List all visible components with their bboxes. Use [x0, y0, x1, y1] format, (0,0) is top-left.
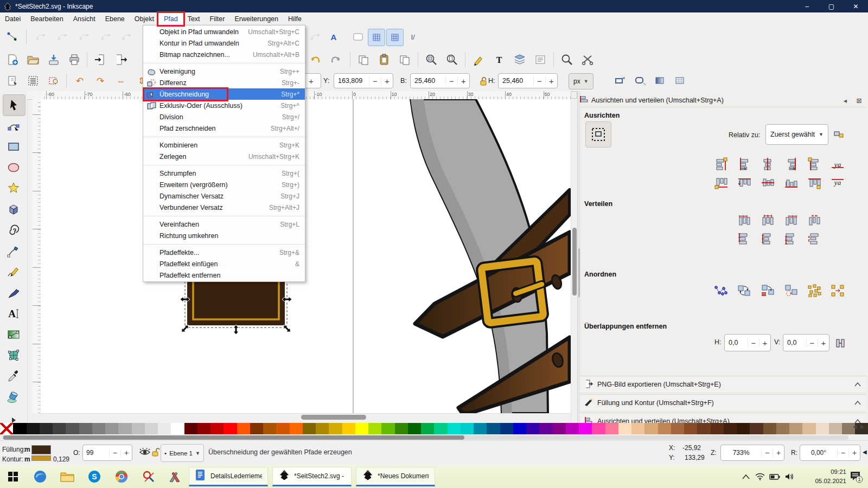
dock-float-icon[interactable]: ◂ [844, 97, 847, 105]
undo-button[interactable] [307, 52, 323, 68]
rotation-field[interactable]: 0,00°−+ [800, 445, 860, 461]
palette-swatch[interactable] [368, 423, 381, 434]
zoom-field[interactable]: 733%−+ [720, 445, 784, 461]
palette-swatch[interactable] [132, 423, 145, 434]
overlap-h-field[interactable]: 0,0−+ [724, 334, 771, 351]
align-top-edges-button[interactable] [735, 174, 754, 191]
palette-swatch[interactable] [631, 423, 644, 434]
palette-swatch[interactable] [40, 423, 53, 434]
palette-swatch[interactable] [118, 423, 131, 434]
tool-ellipse-button[interactable] [3, 157, 24, 178]
app-icon-red[interactable] [140, 468, 157, 485]
distribute-bottom-edges-button[interactable] [781, 230, 801, 247]
palette-swatch[interactable] [789, 423, 802, 434]
palette-scroll-right-icon[interactable]: ▶ [860, 423, 865, 429]
insert-node-icon[interactable] [4, 29, 21, 45]
palette-swatch[interactable] [184, 423, 197, 434]
tool-pencil-button[interactable] [3, 261, 24, 282]
align-right-to-anchor-button[interactable] [711, 155, 731, 172]
fill-swatch[interactable] [31, 445, 51, 454]
battery-icon[interactable] [767, 468, 782, 485]
show-clip-icon[interactable] [350, 29, 366, 45]
palette-swatch[interactable] [171, 423, 184, 434]
dock-close-icon[interactable]: ⊠ [857, 97, 862, 105]
docked-panel-header-0[interactable]: PNG-Bild exportieren (Umschalt+Strg+E) [580, 376, 866, 393]
distribute-gaps-h-button[interactable] [805, 211, 824, 229]
menu-item-ebene[interactable]: Ebene [100, 12, 130, 25]
layer-dropdown[interactable]: •Ebene 1▼ [161, 444, 204, 462]
palette-swatch[interactable] [763, 423, 776, 434]
zoom-selection-icon[interactable] [46, 73, 62, 89]
path-menu-item-objekt-in-pfad-umwandeln[interactable]: Objekt in Pfad umwandelnUmschalt+Strg+C [143, 26, 305, 37]
palette-swatch[interactable] [316, 423, 329, 434]
palette-swatch[interactable] [461, 423, 474, 434]
menu-item-ansicht[interactable]: Ansicht [68, 12, 100, 25]
layers-dialog-button[interactable] [512, 52, 528, 68]
palette-swatch[interactable] [579, 423, 592, 434]
align-bottom-edges-button[interactable] [781, 174, 801, 191]
taskbar-window-0[interactable]: DetailsLederriemen... [189, 467, 268, 486]
start-button[interactable] [4, 468, 22, 485]
palette-swatch[interactable] [500, 423, 513, 434]
palette-swatch[interactable] [53, 423, 66, 434]
redo-button[interactable] [328, 52, 344, 68]
palette-swatch[interactable] [644, 423, 658, 434]
palette-swatch[interactable] [539, 423, 552, 434]
select-same-icon[interactable] [25, 73, 41, 89]
palette-swatch[interactable] [829, 423, 842, 434]
palette-swatch[interactable] [395, 423, 408, 434]
path-menu-item-kontur-in-pfad-umwandeln[interactable]: Kontur in Pfad umwandelnStrg+Alt+C [143, 37, 305, 49]
menu-item-hilfe[interactable]: Hilfe [283, 12, 307, 25]
path-menu-item-bitmap-nachzeichnen-[interactable]: Bitmap nachzeichnen...Umschalt+Alt+B [143, 49, 305, 60]
flip-horizontal-button[interactable]: ⇔ [113, 73, 129, 89]
mask-icon[interactable]: I/ [405, 29, 421, 45]
align-text-horizontal-button[interactable]: ya [828, 155, 847, 172]
skype-icon[interactable]: S [86, 468, 103, 485]
menu-item-text[interactable]: Text [183, 12, 205, 25]
palette-swatch[interactable] [526, 423, 539, 434]
wifi-icon[interactable] [753, 468, 767, 485]
tool-pen-button[interactable] [3, 241, 24, 261]
palette-swatch[interactable] [105, 423, 118, 434]
palette-scrollbar-thumb[interactable] [3, 435, 464, 440]
text-dialog-button[interactable]: T [491, 52, 507, 68]
horizontal-ruler[interactable]: -80-70-60-50-40-30-20-1001020304050 [41, 91, 571, 100]
palette-swatch[interactable] [290, 423, 303, 434]
exchange-zorder-button[interactable] [758, 282, 777, 299]
xml-editor-button[interactable] [532, 52, 548, 68]
cut-button[interactable] [579, 52, 596, 68]
tool-bucket-button[interactable] [3, 387, 24, 407]
tool-text-button[interactable]: A [3, 303, 24, 324]
exchange-positions-button[interactable] [735, 282, 754, 299]
print-button[interactable] [66, 52, 82, 68]
align-bottom-to-anchor-button[interactable] [711, 174, 731, 191]
y-coordinate-field[interactable]: 163,809−+ [334, 73, 393, 88]
node-op-icon[interactable] [54, 29, 71, 45]
palette-swatch[interactable] [605, 423, 618, 434]
chevron-up-icon[interactable] [854, 400, 861, 406]
palette-swatch[interactable] [158, 423, 171, 434]
path-menu-item-erweitern-vergrö-ern-[interactable]: Erweitern (vergrößern)Strg+) [143, 179, 305, 190]
layer-visibility-icon[interactable] [139, 447, 151, 459]
tool-mesh-button[interactable] [3, 345, 24, 365]
menu-item-erweiterungen[interactable]: Erweiterungen [229, 12, 283, 25]
palette-swatch[interactable] [13, 423, 26, 434]
palette-swatch[interactable] [79, 423, 92, 434]
palette-swatch[interactable] [237, 423, 250, 434]
center-vertical-axis-button[interactable] [758, 155, 777, 172]
palette-swatch[interactable] [474, 423, 487, 434]
taskbar-window-2[interactable]: *Neues Dokument ... [356, 467, 435, 486]
path-menu-item-vereinfachen[interactable]: VereinfachenStrg+L [143, 219, 305, 230]
relative-to-dropdown[interactable]: Zuerst gewählt▼ [765, 124, 828, 145]
distribute-centers-h-button[interactable] [758, 211, 777, 229]
unclump-button[interactable] [805, 282, 824, 299]
overlap-v-field[interactable]: 0,0−+ [783, 334, 829, 351]
align-text-vertical-button[interactable]: ya [828, 174, 847, 191]
palette-swatch[interactable] [276, 423, 289, 434]
save-button[interactable] [46, 52, 62, 68]
palette-swatch[interactable] [724, 423, 737, 434]
palette-swatch[interactable] [816, 423, 829, 434]
tool-calligraphy-button[interactable] [3, 282, 24, 303]
menu-item-filter[interactable]: Filter [205, 12, 230, 25]
path-menu-item-schrumpfen[interactable]: SchrumpfenStrg+( [143, 168, 305, 179]
